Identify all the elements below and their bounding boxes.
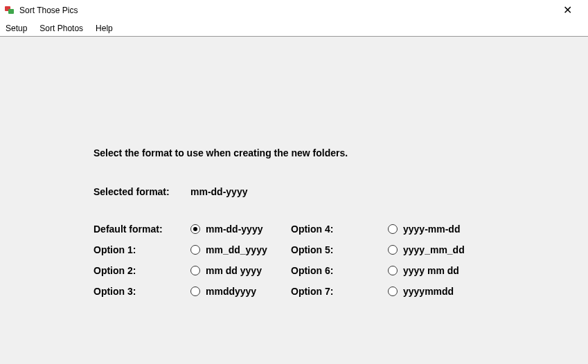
option-2[interactable]: mm dd yyyy	[190, 265, 291, 276]
label-opt1: Option 1:	[93, 244, 190, 255]
option-6-label: yyyy mm dd	[403, 265, 459, 276]
radio-opt6[interactable]	[388, 266, 398, 275]
option-4[interactable]: yyyy-mm-dd	[388, 224, 502, 235]
radio-opt4[interactable]	[388, 224, 398, 234]
selected-format-label: Selected format:	[93, 186, 190, 197]
radio-opt5[interactable]	[388, 245, 398, 255]
radio-opt3[interactable]	[190, 286, 200, 296]
radio-default[interactable]	[190, 224, 200, 234]
menubar: Setup Sort Photos Help	[0, 21, 588, 36]
option-4-label: yyyy-mm-dd	[403, 224, 460, 235]
close-button[interactable]: ✕	[553, 5, 581, 16]
selected-format-value: mm-dd-yyyy	[190, 186, 247, 197]
app-icon	[4, 5, 15, 16]
radio-opt7[interactable]	[388, 286, 398, 296]
option-7-label: yyyymmdd	[403, 286, 454, 297]
menu-sort-photos[interactable]: Sort Photos	[39, 24, 83, 33]
label-opt2: Option 2:	[93, 265, 190, 276]
format-panel: Select the format to use when creating t…	[93, 147, 509, 297]
option-1-label: mm_dd_yyyy	[206, 244, 267, 255]
menu-help[interactable]: Help	[96, 24, 113, 33]
menu-setup[interactable]: Setup	[6, 24, 27, 33]
label-opt4: Option 4:	[291, 224, 388, 235]
option-7[interactable]: yyyymmdd	[388, 286, 502, 297]
option-1[interactable]: mm_dd_yyyy	[190, 244, 291, 255]
content-area: Select the format to use when creating t…	[0, 37, 588, 364]
option-3[interactable]: mmddyyyy	[190, 286, 291, 297]
option-5-label: yyyy_mm_dd	[403, 244, 465, 255]
window-title: Sort Those Pics	[19, 6, 553, 15]
selected-format-row: Selected format: mm-dd-yyyy	[93, 186, 509, 197]
instruction-text: Select the format to use when creating t…	[93, 147, 509, 158]
titlebar: Sort Those Pics ✕	[0, 0, 588, 21]
label-opt3: Option 3:	[93, 286, 190, 297]
svg-rect-1	[8, 9, 14, 14]
radio-opt1[interactable]	[190, 245, 200, 255]
option-2-label: mm dd yyyy	[206, 265, 262, 276]
label-default: Default format:	[93, 224, 190, 235]
option-5[interactable]: yyyy_mm_dd	[388, 244, 502, 255]
option-6[interactable]: yyyy mm dd	[388, 265, 502, 276]
label-opt7: Option 7:	[291, 286, 388, 297]
label-opt6: Option 6:	[291, 265, 388, 276]
option-3-label: mmddyyyy	[206, 286, 256, 297]
label-opt5: Option 5:	[291, 244, 388, 255]
options-grid: Default format: mm-dd-yyyy Option 4: yyy…	[93, 224, 509, 297]
option-default-label: mm-dd-yyyy	[206, 224, 262, 235]
radio-opt2[interactable]	[190, 266, 200, 275]
option-default[interactable]: mm-dd-yyyy	[190, 224, 291, 235]
